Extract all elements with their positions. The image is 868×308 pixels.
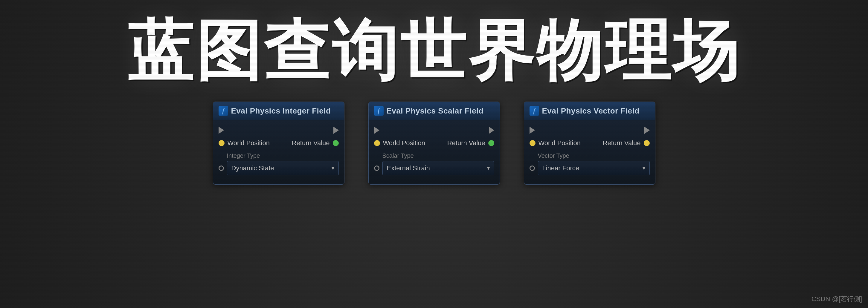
return-value-label-integer: Return Value [292,139,330,147]
node-body-integer: World Position Return Value Integer Type… [213,120,344,184]
dropdown-value-scalar: External Strain [387,164,430,172]
dropdown-pin-vector [530,166,535,171]
exec-in-vector [530,127,535,134]
world-position-pin-integer [219,140,224,146]
return-value-scalar: Return Value [447,139,494,147]
dropdown-pin-scalar [374,166,379,171]
world-position-label-integer: World Position [227,139,270,147]
dropdown-arrow-vector: ▾ [643,165,645,171]
exec-row-scalar [369,125,500,136]
function-icon-integer: f [219,106,228,115]
node-header-scalar: f Eval Physics Scalar Field [369,102,500,120]
background: 蓝图查询世界物理场 f Eval Physics Integer Field [0,0,868,184]
title-section: 蓝图查询世界物理场 [0,0,868,96]
return-value-label-scalar: Return Value [447,139,485,147]
world-position-pin-vector [530,140,535,146]
node-scalar-field: f Eval Physics Scalar Field World Positi… [368,102,500,184]
dropdown-select-integer[interactable]: Dynamic State ▾ [227,161,339,175]
return-value-integer: Return Value [292,139,339,147]
page-title: 蓝图查询世界物理场 [0,18,868,83]
node-header-integer: f Eval Physics Integer Field [213,102,344,120]
node-body-scalar: World Position Return Value Scalar Type … [369,120,500,184]
input-pin-scalar: World Position [374,139,425,147]
dropdown-label-integer: Integer Type [219,152,339,159]
pin-row-scalar: World Position Return Value [369,136,500,150]
world-position-label-scalar: World Position [383,139,425,147]
dropdown-arrow-scalar: ▾ [487,165,490,171]
node-header-vector: f Eval Physics Vector Field [524,102,655,120]
node-title-vector: Eval Physics Vector Field [542,106,640,115]
dropdown-section-scalar: Scalar Type External Strain ▾ [369,150,500,179]
dropdown-select-scalar[interactable]: External Strain ▾ [382,161,494,175]
function-icon-vector: f [530,106,539,115]
node-vector-field: f Eval Physics Vector Field World Positi… [524,102,655,184]
dropdown-row-integer: Dynamic State ▾ [219,161,339,175]
dropdown-arrow-integer: ▾ [332,165,334,171]
input-pin-integer: World Position [219,139,270,147]
dropdown-value-integer: Dynamic State [231,164,274,172]
exec-row-integer [213,125,344,136]
dropdown-row-vector: Linear Force ▾ [530,161,650,175]
return-pin-integer [333,140,339,146]
watermark: CSDN @[茗行侧] [811,295,862,304]
dropdown-select-vector[interactable]: Linear Force ▾ [538,161,650,175]
dropdown-label-scalar: Scalar Type [374,152,494,159]
return-value-vector: Return Value [603,139,650,147]
dropdown-value-vector: Linear Force [542,164,580,172]
function-icon-scalar: f [374,106,383,115]
return-pin-scalar [488,140,494,146]
node-body-vector: World Position Return Value Vector Type … [524,120,655,184]
nodes-container: f Eval Physics Integer Field World Posit… [0,102,868,184]
input-pin-vector: World Position [530,139,581,147]
exec-in-integer [219,127,224,134]
dropdown-pin-integer [219,166,224,171]
exec-out-scalar [489,127,494,134]
exec-row-vector [524,125,655,136]
dropdown-row-scalar: External Strain ▾ [374,161,494,175]
world-position-label-vector: World Position [538,139,581,147]
dropdown-section-integer: Integer Type Dynamic State ▾ [213,150,344,179]
pin-row-integer: World Position Return Value [213,136,344,150]
node-title-integer: Eval Physics Integer Field [231,106,331,115]
dropdown-label-vector: Vector Type [530,152,650,159]
return-value-label-vector: Return Value [603,139,641,147]
node-title-scalar: Eval Physics Scalar Field [386,106,484,115]
return-pin-vector [644,140,650,146]
exec-out-vector [644,127,650,134]
exec-in-scalar [374,127,379,134]
exec-out-integer [333,127,339,134]
world-position-pin-scalar [374,140,380,146]
node-integer-field: f Eval Physics Integer Field World Posit… [213,102,344,184]
pin-row-vector: World Position Return Value [524,136,655,150]
dropdown-section-vector: Vector Type Linear Force ▾ [524,150,655,179]
